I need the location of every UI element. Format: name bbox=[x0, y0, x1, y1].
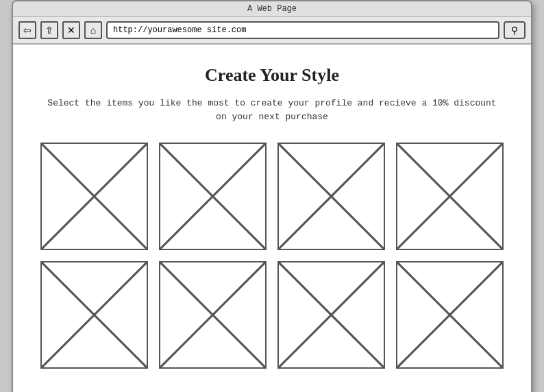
items-grid bbox=[40, 143, 504, 369]
browser-title: A Web Page bbox=[247, 4, 297, 14]
page-content: Create Your Style Select the items you l… bbox=[13, 45, 531, 392]
search-button[interactable]: ⚲ bbox=[504, 21, 526, 39]
item-3[interactable] bbox=[277, 143, 385, 250]
item-2[interactable] bbox=[159, 143, 267, 250]
item-8[interactable] bbox=[396, 261, 504, 369]
toolbar: ⇦ ⇧ ✕ ⌂ ⚲ bbox=[13, 17, 531, 45]
title-bar: A Web Page bbox=[13, 1, 531, 17]
item-7[interactable] bbox=[277, 261, 385, 369]
back-button[interactable]: ⇦ bbox=[18, 21, 36, 39]
address-bar[interactable] bbox=[106, 21, 499, 39]
forward-button[interactable]: ⇧ bbox=[40, 21, 58, 39]
item-4[interactable] bbox=[396, 143, 504, 250]
action-buttons: See more items Continue To Profile bbox=[40, 388, 504, 392]
page-title: Create Your Style bbox=[40, 65, 504, 86]
item-1[interactable] bbox=[40, 143, 148, 250]
stop-button[interactable]: ✕ bbox=[62, 21, 80, 39]
home-button[interactable]: ⌂ bbox=[84, 21, 102, 39]
page-subtitle: Select the items you like the most to cr… bbox=[40, 97, 504, 123]
item-6[interactable] bbox=[159, 261, 267, 369]
item-5[interactable] bbox=[40, 261, 148, 369]
browser-window: A Web Page ⇦ ⇧ ✕ ⌂ ⚲ Create Your Style S… bbox=[12, 0, 532, 392]
